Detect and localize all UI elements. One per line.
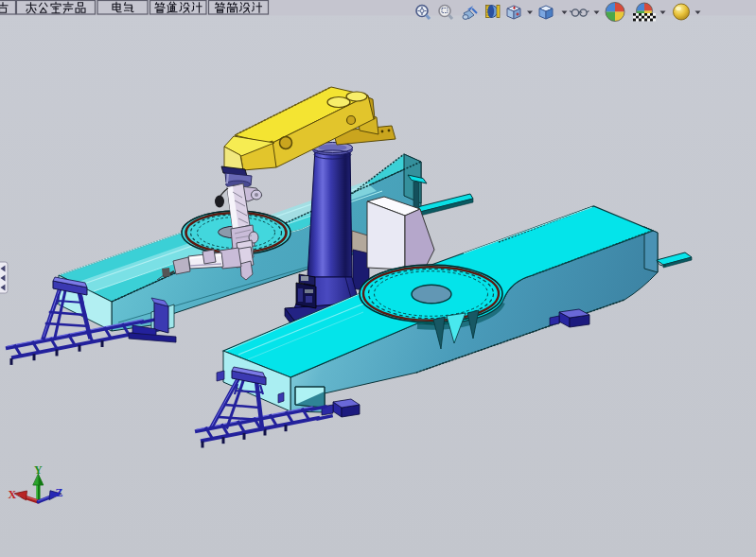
svg-text:Z: Z <box>56 486 63 499</box>
svg-text:X: X <box>9 488 17 501</box>
svg-text:Y: Y <box>34 463 43 477</box>
